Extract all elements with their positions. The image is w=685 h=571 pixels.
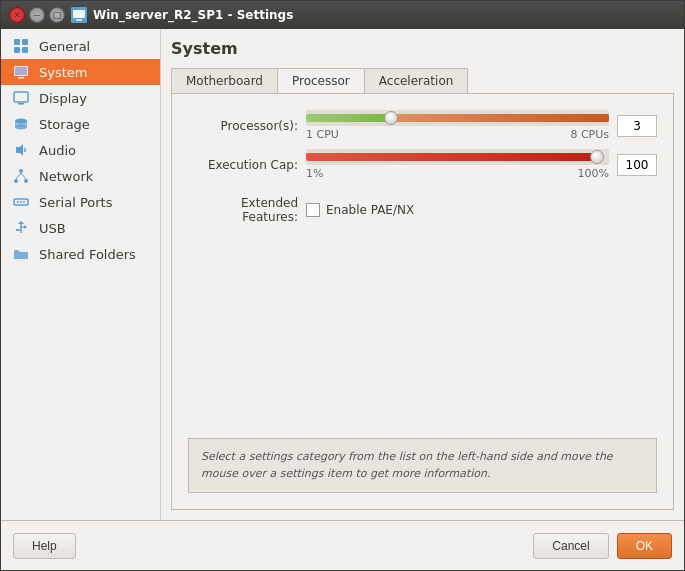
extended-features-label: Extended Features: — [188, 196, 298, 224]
pae-nx-checkbox-label[interactable]: Enable PAE/NX — [306, 203, 414, 217]
sidebar-item-storage-label: Storage — [39, 117, 90, 132]
cancel-button[interactable]: Cancel — [533, 533, 608, 559]
sidebar-item-display[interactable]: Display — [1, 85, 160, 111]
sidebar-item-audio-label: Audio — [39, 143, 76, 158]
tab-processor[interactable]: Processor — [277, 68, 365, 93]
svg-rect-4 — [22, 39, 28, 45]
execution-value-box[interactable]: 100 — [617, 154, 657, 176]
sidebar-item-display-label: Display — [39, 91, 87, 106]
settings-window: ✕ − □ Win_server_R2_SP1 - Settings Gener… — [0, 0, 685, 571]
serial-ports-icon — [11, 194, 31, 210]
pae-nx-checkbox[interactable] — [306, 203, 320, 217]
svg-rect-3 — [14, 39, 20, 45]
system-icon — [11, 64, 31, 80]
execution-cap-row: Execution Cap: 1% 100% 100 — [188, 149, 657, 180]
svg-rect-2 — [76, 19, 82, 21]
processor-slider-container: 1 CPU 8 CPUs — [306, 110, 609, 141]
svg-point-23 — [20, 201, 22, 203]
processor-value-box[interactable]: 3 — [617, 115, 657, 137]
execution-slider-container: 1% 100% — [306, 149, 609, 180]
dialog-buttons: Cancel OK — [533, 533, 672, 559]
sidebar-item-network-label: Network — [39, 169, 93, 184]
execution-max-label: 100% — [578, 167, 609, 180]
page-title: System — [171, 39, 674, 58]
main-panel: System Motherboard Processor Acceleratio… — [161, 29, 684, 520]
processor-slider-thumb[interactable] — [384, 111, 398, 125]
svg-point-17 — [14, 179, 18, 183]
svg-point-24 — [23, 201, 25, 203]
svg-rect-8 — [15, 67, 27, 75]
svg-rect-9 — [18, 77, 24, 79]
sidebar-item-network[interactable]: Network — [1, 163, 160, 189]
svg-line-19 — [16, 173, 21, 179]
titlebar: ✕ − □ Win_server_R2_SP1 - Settings — [1, 1, 684, 29]
tab-acceleration[interactable]: Acceleration — [364, 68, 469, 93]
help-button[interactable]: Help — [13, 533, 76, 559]
content-area: General System Display Sto — [1, 29, 684, 520]
processor-min-label: 1 CPU — [306, 128, 339, 141]
sidebar-item-general-label: General — [39, 39, 90, 54]
tab-motherboard[interactable]: Motherboard — [171, 68, 278, 93]
svg-point-18 — [24, 179, 28, 183]
titlebar-buttons: ✕ − □ — [9, 7, 65, 23]
svg-point-14 — [15, 125, 27, 130]
extended-features-row: Extended Features: Enable PAE/NX — [188, 196, 657, 224]
ok-button[interactable]: OK — [617, 533, 672, 559]
svg-rect-5 — [14, 47, 20, 53]
sidebar-item-shared-folders[interactable]: Shared Folders — [1, 241, 160, 267]
shared-folders-icon — [11, 246, 31, 262]
info-box: Select a settings category from the list… — [188, 438, 657, 493]
sidebar-item-general[interactable]: General — [1, 33, 160, 59]
usb-icon — [11, 220, 31, 236]
svg-rect-10 — [14, 92, 28, 102]
window-title: Win_server_R2_SP1 - Settings — [93, 8, 676, 22]
svg-point-28 — [24, 226, 27, 229]
display-icon — [11, 90, 31, 106]
sidebar-item-storage[interactable]: Storage — [1, 111, 160, 137]
svg-rect-1 — [73, 10, 85, 18]
bottom-bar: Help Cancel OK — [1, 520, 684, 570]
svg-point-22 — [17, 201, 19, 203]
execution-slider-thumb[interactable] — [590, 150, 604, 164]
execution-label: Execution Cap: — [188, 158, 298, 172]
svg-line-20 — [21, 173, 26, 179]
sidebar-item-system-label: System — [39, 65, 87, 80]
storage-icon — [11, 116, 31, 132]
execution-slider-labels: 1% 100% — [306, 167, 609, 180]
close-button[interactable]: ✕ — [9, 7, 25, 23]
processor-slider-fill-red — [391, 114, 609, 122]
sidebar: General System Display Sto — [1, 29, 161, 520]
execution-slider-track[interactable] — [306, 149, 609, 165]
minimize-button[interactable]: − — [29, 7, 45, 23]
svg-rect-6 — [22, 47, 28, 53]
sidebar-item-shared-folders-label: Shared Folders — [39, 247, 136, 262]
svg-marker-15 — [16, 144, 23, 156]
content-spacer — [188, 224, 657, 438]
audio-icon — [11, 142, 31, 158]
network-icon — [11, 168, 31, 184]
processor-slider-labels: 1 CPU 8 CPUs — [306, 128, 609, 141]
processor-slider-fill-green — [306, 114, 391, 122]
sidebar-item-system[interactable]: System — [1, 59, 160, 85]
sidebar-item-usb[interactable]: USB — [1, 215, 160, 241]
processor-max-label: 8 CPUs — [570, 128, 609, 141]
processor-row: Processor(s): 1 CPU 8 CPUs 3 — [188, 110, 657, 141]
sidebar-item-usb-label: USB — [39, 221, 66, 236]
pae-nx-label: Enable PAE/NX — [326, 203, 414, 217]
sidebar-item-audio[interactable]: Audio — [1, 137, 160, 163]
svg-rect-11 — [18, 103, 24, 105]
app-icon — [71, 7, 87, 23]
sidebar-item-serial-ports[interactable]: Serial Ports — [1, 189, 160, 215]
execution-slider-fill-green — [306, 153, 597, 161]
maximize-button[interactable]: □ — [49, 7, 65, 23]
processor-label: Processor(s): — [188, 119, 298, 133]
tab-bar: Motherboard Processor Acceleration — [171, 68, 674, 94]
general-icon — [11, 38, 31, 54]
tab-content-processor: Processor(s): 1 CPU 8 CPUs 3 — [171, 94, 674, 510]
processor-slider-track[interactable] — [306, 110, 609, 126]
execution-min-label: 1% — [306, 167, 323, 180]
sidebar-item-serial-ports-label: Serial Ports — [39, 195, 112, 210]
svg-point-16 — [19, 169, 23, 173]
